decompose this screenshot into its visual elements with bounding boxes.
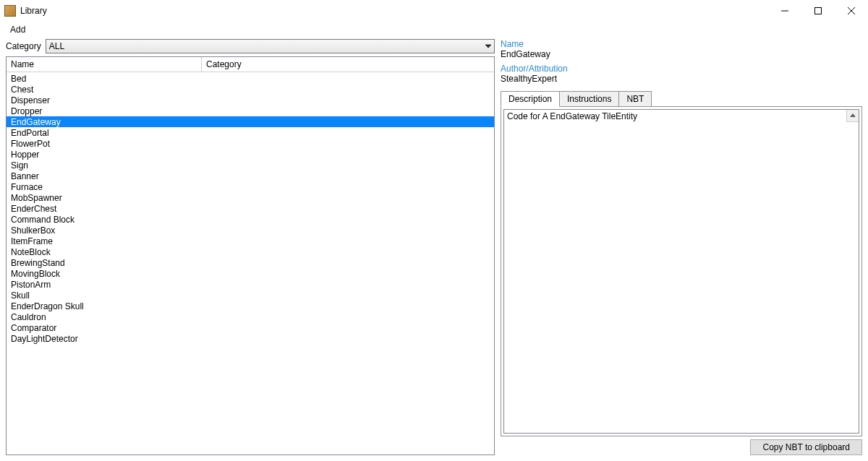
list-item[interactable]: Bed bbox=[7, 73, 494, 84]
list-item[interactable]: Banner bbox=[7, 171, 494, 181]
list-body[interactable]: BedChestDispenserDropperEndGatewayEndPor… bbox=[7, 72, 494, 454]
list-item[interactable]: EndGateway bbox=[7, 116, 494, 127]
list-item-name: ItemFrame bbox=[7, 236, 296, 246]
list-item-name: Chest bbox=[7, 85, 296, 95]
list-item[interactable]: Sign bbox=[7, 160, 494, 171]
list-item[interactable]: Command Block bbox=[7, 214, 494, 225]
chevron-down-icon bbox=[485, 41, 491, 51]
tab-nbt[interactable]: NBT bbox=[618, 91, 652, 107]
author-label: Author/Attribution bbox=[501, 64, 862, 74]
left-panel: Category ALL Name Category BedChestDispe… bbox=[6, 39, 495, 455]
list-item-name: EnderDragon Skull bbox=[7, 301, 296, 311]
tab-description[interactable]: Description bbox=[501, 91, 560, 107]
tab-content: Code for A EndGateway TileEntity bbox=[501, 106, 862, 436]
svg-marker-5 bbox=[850, 113, 856, 117]
list-item-name: PistonArm bbox=[7, 280, 296, 290]
list-item-name: BrewingStand bbox=[7, 258, 296, 268]
list-item-name: EnderChest bbox=[7, 204, 296, 214]
list-item[interactable]: ItemFrame bbox=[7, 236, 494, 246]
copy-nbt-button[interactable]: Copy NBT to clipboard bbox=[750, 439, 862, 455]
list-item-name: Hopper bbox=[7, 150, 296, 160]
name-label: Name bbox=[501, 39, 862, 49]
list-item-name: Sign bbox=[7, 160, 296, 171]
list-item[interactable]: Dropper bbox=[7, 105, 494, 116]
list-item[interactable]: Cauldron bbox=[7, 311, 494, 322]
svg-rect-1 bbox=[815, 8, 822, 14]
list-item[interactable]: PistonArm bbox=[7, 279, 494, 290]
list-item[interactable]: Dispenser bbox=[7, 95, 494, 105]
list-item-name: Furnace bbox=[7, 182, 296, 192]
svg-marker-4 bbox=[485, 45, 491, 48]
minimize-button[interactable] bbox=[768, 0, 801, 22]
list-item[interactable]: Furnace bbox=[7, 181, 494, 192]
author-value: StealthyExpert bbox=[501, 74, 862, 84]
menubar: Add bbox=[0, 22, 868, 36]
list-item-name: FlowerPot bbox=[7, 139, 296, 149]
description-textarea[interactable]: Code for A EndGateway TileEntity bbox=[503, 109, 859, 434]
list-header: Name Category bbox=[7, 57, 494, 72]
list-item[interactable]: NoteBlock bbox=[7, 246, 494, 257]
list-item[interactable]: EndPortal bbox=[7, 127, 494, 138]
category-label: Category bbox=[6, 41, 41, 51]
list-item[interactable]: EnderDragon Skull bbox=[7, 301, 494, 311]
list-item[interactable]: ShulkerBox bbox=[7, 225, 494, 236]
list-item[interactable]: BrewingStand bbox=[7, 257, 494, 268]
list-item-name: DayLightDetector bbox=[7, 334, 296, 344]
list-item-name: MovingBlock bbox=[7, 269, 296, 279]
list-item[interactable]: MovingBlock bbox=[7, 268, 494, 279]
item-list: Name Category BedChestDispenserDropperEn… bbox=[6, 56, 495, 455]
list-item[interactable]: EnderChest bbox=[7, 203, 494, 214]
list-item[interactable]: MobSpawner bbox=[7, 192, 494, 203]
titlebar: Library bbox=[0, 0, 868, 22]
list-item-name: MobSpawner bbox=[7, 193, 296, 203]
list-item[interactable]: FlowerPot bbox=[7, 138, 494, 149]
close-button[interactable] bbox=[835, 0, 868, 22]
list-item-name: Command Block bbox=[7, 215, 296, 225]
list-item-name: Dropper bbox=[7, 106, 296, 116]
category-value: ALL bbox=[49, 41, 64, 51]
header-category[interactable]: Category bbox=[202, 57, 494, 72]
list-item-name: Skull bbox=[7, 290, 296, 301]
scroll-up-icon[interactable] bbox=[846, 110, 859, 122]
maximize-button[interactable] bbox=[801, 0, 835, 22]
app-icon bbox=[4, 5, 16, 17]
list-item-name: EndGateway bbox=[7, 117, 296, 127]
right-panel: Name EndGateway Author/Attribution Steal… bbox=[501, 39, 862, 455]
tab-instructions[interactable]: Instructions bbox=[559, 91, 619, 107]
list-item-name: Comparator bbox=[7, 323, 296, 333]
list-item-name: Dispenser bbox=[7, 95, 296, 105]
list-item-name: Banner bbox=[7, 171, 296, 181]
menu-add[interactable]: Add bbox=[7, 23, 28, 36]
list-item-name: Cauldron bbox=[7, 312, 296, 322]
list-item-name: EndPortal bbox=[7, 128, 296, 138]
description-text: Code for A EndGateway TileEntity bbox=[507, 111, 637, 121]
name-value: EndGateway bbox=[501, 49, 862, 59]
list-item-name: ShulkerBox bbox=[7, 225, 296, 236]
list-item-name: NoteBlock bbox=[7, 247, 296, 257]
list-item-name: Bed bbox=[7, 74, 296, 84]
list-item[interactable]: Comparator bbox=[7, 322, 494, 333]
detail-tabs: Description Instructions NBT bbox=[501, 91, 862, 107]
list-item[interactable]: Hopper bbox=[7, 149, 494, 160]
list-item[interactable]: Skull bbox=[7, 290, 494, 301]
header-name[interactable]: Name bbox=[7, 57, 202, 72]
list-item[interactable]: DayLightDetector bbox=[7, 333, 494, 344]
category-combobox[interactable]: ALL bbox=[46, 39, 495, 53]
window-title: Library bbox=[20, 6, 47, 16]
list-item[interactable]: Chest bbox=[7, 84, 494, 95]
